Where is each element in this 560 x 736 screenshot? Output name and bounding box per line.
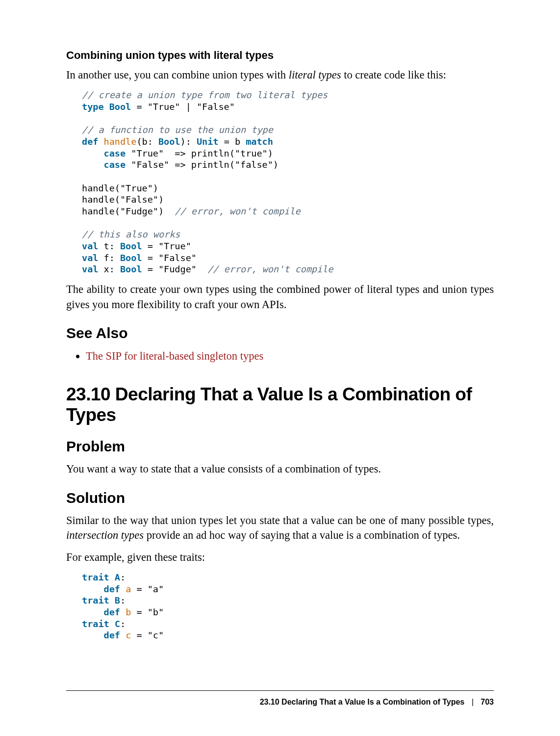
- text: Similar to the way that union types let …: [66, 514, 494, 526]
- code-text: handle("Fudge"): [82, 206, 175, 216]
- code-fn: b: [126, 607, 131, 617]
- paragraph-intro: In another use, you can combine union ty…: [66, 68, 494, 82]
- code-type: B: [115, 595, 120, 605]
- code-text: f:: [98, 253, 120, 263]
- text: In another use, you can combine union ty…: [66, 69, 289, 81]
- code-text: "False" => println("false"): [126, 159, 279, 170]
- footer-separator: |: [472, 698, 474, 706]
- heading-combining: Combining union types with literal types: [66, 49, 494, 62]
- heading-section-23-10: 23.10 Declaring That a Value Is a Combin…: [66, 384, 494, 425]
- heading-problem: Problem: [66, 438, 494, 455]
- code-text: = "b": [131, 607, 164, 617]
- code-type: Unit: [197, 136, 219, 147]
- code-text: ):: [180, 136, 197, 147]
- code-text: t:: [98, 241, 120, 251]
- code-keyword: type: [82, 102, 104, 112]
- code-fn: c: [126, 630, 131, 640]
- heading-solution: Solution: [66, 490, 494, 506]
- see-also-list: The SIP for literal-based singleton type…: [66, 348, 494, 364]
- code-keyword: case: [104, 159, 126, 170]
- page-footer: 23.10 Declaring That a Value Is a Combin…: [66, 690, 494, 707]
- code-fn: a: [126, 584, 131, 594]
- list-item: The SIP for literal-based singleton type…: [86, 348, 494, 364]
- footer-title: 23.10 Declaring That a Value Is a Combin…: [260, 698, 465, 706]
- code-keyword: val: [82, 264, 98, 274]
- code-text: = "Fudge": [142, 264, 208, 274]
- code-fn: handle: [104, 136, 137, 147]
- heading-see-also: See Also: [66, 325, 494, 342]
- paragraph-summary: The ability to create your own types usi…: [66, 282, 494, 312]
- code-text: = "True": [142, 241, 191, 251]
- page: Combining union types with literal types…: [0, 0, 560, 736]
- code-type: Bool: [109, 102, 131, 112]
- code-keyword: trait: [82, 572, 109, 582]
- code-comment: // a function to use the union type: [82, 125, 273, 135]
- code-keyword: def: [82, 136, 98, 147]
- code-text: "True" => println("true"): [126, 148, 273, 158]
- code-text: :: [120, 572, 126, 582]
- code-comment: // error, won't compile: [207, 264, 333, 274]
- code-text: x:: [98, 264, 120, 274]
- code-keyword: trait: [82, 619, 109, 629]
- code-comment: // error, won't compile: [175, 206, 300, 216]
- code-text: :: [120, 619, 126, 629]
- link-sip[interactable]: The SIP for literal-based singleton type…: [86, 350, 263, 362]
- code-text: = b: [219, 136, 246, 147]
- code-text: = "a": [131, 584, 164, 594]
- code-text: handle("True"): [82, 183, 158, 193]
- code-text: = "False": [142, 253, 197, 263]
- code-text: handle("False"): [82, 194, 164, 205]
- code-keyword: case: [104, 148, 126, 158]
- text: provide an ad hoc way of saying that a v…: [144, 529, 460, 541]
- code-type: Bool: [120, 241, 142, 251]
- paragraph-solution-1: Similar to the way that union types let …: [66, 513, 494, 543]
- code-keyword: def: [104, 607, 120, 617]
- code-text: = "c": [131, 630, 164, 640]
- code-comment: // create a union type from two literal …: [82, 90, 328, 100]
- code-keyword: val: [82, 241, 98, 251]
- code-type: Bool: [120, 253, 142, 263]
- code-block-2: trait A: def a = "a" trait B: def b = "b…: [82, 572, 494, 641]
- code-keyword: def: [104, 630, 120, 640]
- code-text: (b:: [136, 136, 158, 147]
- footer-page-number: 703: [481, 698, 494, 706]
- code-keyword: match: [246, 136, 273, 147]
- paragraph-solution-2: For example, given these traits:: [66, 550, 494, 565]
- code-type: A: [115, 572, 120, 582]
- code-keyword: val: [82, 253, 98, 263]
- code-type: Bool: [120, 264, 142, 274]
- code-keyword: trait: [82, 595, 109, 605]
- text: to create code like this:: [341, 69, 446, 81]
- text-italic: intersection types: [66, 529, 144, 541]
- code-text: = "True" | "False": [131, 102, 235, 112]
- paragraph-problem: You want a way to state that a value con…: [66, 462, 494, 476]
- code-text: :: [120, 595, 126, 605]
- code-comment: // this also works: [82, 229, 180, 239]
- code-type: C: [115, 619, 120, 629]
- code-type: Bool: [158, 136, 180, 147]
- text-italic: literal types: [289, 69, 341, 81]
- code-keyword: def: [104, 584, 120, 594]
- code-block-1: // create a union type from two literal …: [82, 89, 494, 275]
